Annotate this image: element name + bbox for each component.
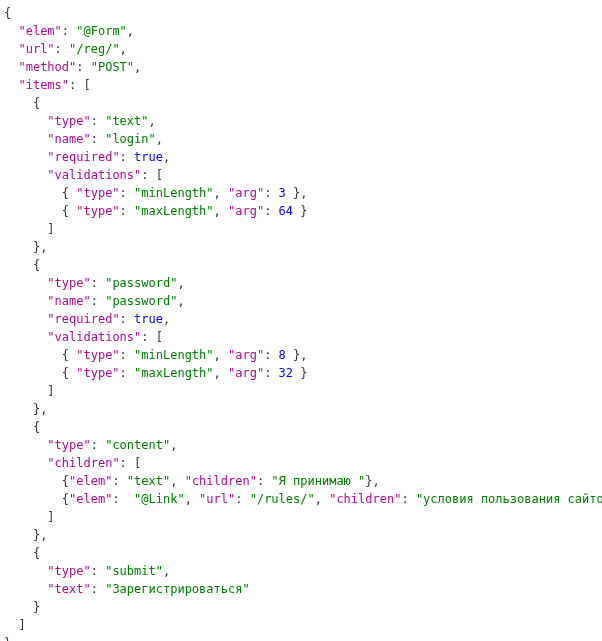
key-type: "type"	[47, 438, 90, 452]
key-children: "children"	[185, 474, 257, 488]
val-3: 3	[279, 186, 286, 200]
val-32: 32	[279, 366, 293, 380]
val-64: 64	[279, 204, 293, 218]
key-arg: "arg"	[228, 348, 264, 362]
val-rules: "/rules/"	[250, 492, 315, 506]
key-elem: "elem"	[69, 474, 112, 488]
key-type: "type"	[47, 114, 90, 128]
key-validations: "validations"	[47, 330, 141, 344]
json-code-block: { "elem": "@Form", "url": "/reg/", "meth…	[0, 0, 602, 641]
key-url: "url"	[199, 492, 235, 506]
val-8: 8	[279, 348, 286, 362]
val-password: "password"	[105, 294, 177, 308]
val-terms: "условия пользования сайтом"	[416, 492, 602, 506]
key-items: "items"	[18, 78, 69, 92]
val-accept: "Я принимаю "	[271, 474, 365, 488]
val-elem-text: "text"	[127, 474, 170, 488]
key-text: "text"	[47, 582, 90, 596]
key-required: "required"	[47, 150, 119, 164]
key-name: "name"	[47, 132, 90, 146]
val-content: "content"	[105, 438, 170, 452]
val-maxlength: "maxLength"	[134, 204, 213, 218]
key-children: "children"	[47, 456, 119, 470]
key-method: "method"	[18, 60, 76, 74]
key-required: "required"	[47, 312, 119, 326]
val-password-type: "password"	[105, 276, 177, 290]
key-elem: "elem"	[69, 492, 112, 506]
key-arg: "arg"	[228, 186, 264, 200]
key-arg: "arg"	[228, 204, 264, 218]
key-children: "children"	[329, 492, 401, 506]
val-post: "POST"	[91, 60, 134, 74]
val-minlength: "minLength"	[134, 186, 213, 200]
key-type: "type"	[76, 348, 119, 362]
val-maxlength: "maxLength"	[134, 366, 213, 380]
val-text: "text"	[105, 114, 148, 128]
val-register: "Зарегистрироваться"	[105, 582, 250, 596]
val-link: "@Link"	[134, 492, 185, 506]
key-arg: "arg"	[228, 366, 264, 380]
key-type: "type"	[76, 366, 119, 380]
val-true: true	[134, 150, 163, 164]
val-submit: "submit"	[105, 564, 163, 578]
key-type: "type"	[47, 276, 90, 290]
val-reg: "/reg/"	[69, 42, 120, 56]
key-name: "name"	[47, 294, 90, 308]
key-type: "type"	[76, 186, 119, 200]
key-type: "type"	[76, 204, 119, 218]
key-elem: "elem"	[18, 24, 61, 38]
val-form: "@Form"	[76, 24, 127, 38]
val-true: true	[134, 312, 163, 326]
key-url: "url"	[18, 42, 54, 56]
key-validations: "validations"	[47, 168, 141, 182]
val-minlength: "minLength"	[134, 348, 213, 362]
val-login: "login"	[105, 132, 156, 146]
key-type: "type"	[47, 564, 90, 578]
